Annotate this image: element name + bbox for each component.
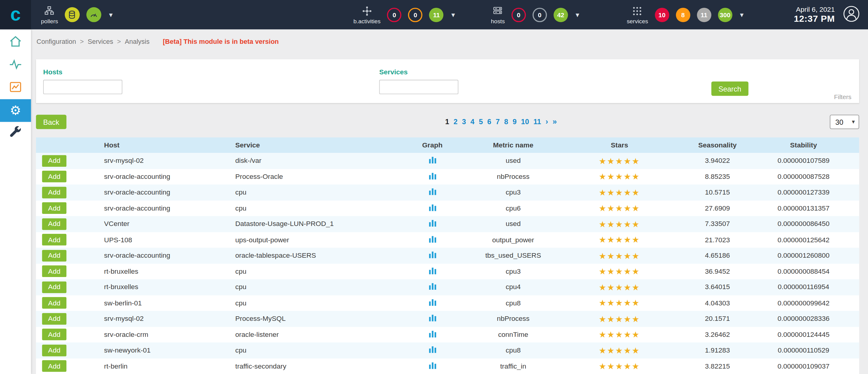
status-badge[interactable]: 0 [532, 7, 547, 22]
add-button[interactable]: Add [42, 344, 66, 356]
page-5[interactable]: 5 [479, 117, 483, 126]
metric-cell: nbProcess [474, 173, 552, 181]
status-badge[interactable]: 0 [408, 7, 423, 22]
back-button[interactable]: Back [36, 115, 66, 129]
status-badge[interactable]: 10 [655, 7, 669, 22]
status-badge[interactable]: 11 [429, 7, 444, 22]
add-button[interactable]: Add [42, 155, 66, 167]
chevron-down-icon[interactable]: ▾ [739, 11, 745, 19]
graph-icon[interactable] [429, 172, 436, 181]
sidebar-item-monitoring[interactable] [0, 54, 31, 77]
service-cell: Process-MySQL [236, 315, 391, 323]
host-cell: VCenter [104, 220, 236, 228]
add-button[interactable]: Add [42, 361, 66, 372]
pollers-menu[interactable]: pollers [41, 5, 58, 24]
status-badge[interactable]: 42 [554, 7, 568, 22]
hosts-menu[interactable]: hosts [491, 5, 505, 24]
chevron-down-icon[interactable]: ▾ [575, 11, 580, 19]
add-button[interactable]: Add [42, 234, 66, 246]
graph-icon[interactable] [429, 235, 436, 244]
host-cell: srv-mysql-02 [104, 315, 236, 323]
page-size-select[interactable]: 30 ▼ [830, 115, 859, 129]
graph-icon[interactable] [429, 346, 436, 355]
page-8[interactable]: 8 [504, 117, 508, 126]
add-button[interactable]: Add [42, 297, 66, 309]
host-cell: srv-oracle-accounting [104, 252, 236, 259]
add-button[interactable]: Add [42, 202, 66, 214]
hosts-label: hosts [491, 18, 505, 24]
home-icon [8, 34, 23, 51]
poller-latency-status-icon[interactable] [86, 7, 101, 22]
chevron-down-icon[interactable]: ▾ [450, 11, 456, 19]
add-button[interactable]: Add [42, 265, 66, 277]
current-time: 12:37 PM [794, 13, 835, 24]
table-row: Add srv-oracle-crm oracle-listener connT… [36, 326, 859, 342]
breadcrumb-analysis[interactable]: Analysis [125, 37, 149, 45]
graph-icon[interactable] [429, 362, 436, 370]
results-table: Host Service Graph Metric name Stars Sea… [36, 138, 859, 374]
page-7[interactable]: 7 [496, 117, 500, 126]
page-11[interactable]: 11 [534, 117, 541, 126]
centreon-logo[interactable]: c [0, 0, 31, 29]
metric-cell: cpu8 [474, 346, 552, 354]
breadcrumb-services[interactable]: Services [88, 37, 113, 45]
host-cell: rt-berlin [104, 362, 236, 370]
services-filter-input[interactable] [379, 80, 458, 94]
table-row: Add srv-oracle-accounting oracle-tablesp… [36, 248, 859, 263]
page-4[interactable]: 4 [470, 117, 474, 126]
status-badge[interactable]: 300 [718, 7, 732, 22]
graph-icon[interactable] [429, 220, 436, 228]
add-button[interactable]: Add [42, 187, 66, 199]
business-activities-label: b.activities [353, 18, 380, 24]
status-badge[interactable]: 8 [676, 7, 690, 22]
page-3[interactable]: 3 [462, 117, 466, 126]
status-badge[interactable]: 0 [387, 7, 402, 22]
page-10[interactable]: 10 [521, 117, 529, 126]
add-button[interactable]: Add [42, 313, 66, 325]
page-6[interactable]: 6 [488, 117, 491, 126]
seasonality-cell: 3.26462 [687, 331, 748, 339]
graph-icon[interactable] [429, 188, 436, 197]
graph-icon[interactable] [429, 330, 436, 339]
status-badge[interactable]: 0 [512, 7, 526, 22]
graph-icon[interactable] [429, 156, 436, 165]
business-activities-menu[interactable]: b.activities [353, 5, 380, 24]
stability-cell: 0.000000087528 [748, 173, 859, 181]
stability-cell: 0.000000124445 [748, 331, 859, 339]
next-page-icon[interactable]: › [546, 117, 548, 126]
hosts-filter-input[interactable] [43, 80, 122, 94]
graph-icon[interactable] [429, 267, 436, 276]
add-button[interactable]: Add [42, 250, 66, 262]
graph-icon[interactable] [429, 283, 436, 291]
add-button[interactable]: Add [42, 171, 66, 182]
table-row: Add UPS-108 ups-output-power output_powe… [36, 232, 859, 248]
graph-icon[interactable] [429, 314, 436, 323]
sidebar-item-administration[interactable] [0, 122, 31, 145]
table-row: Add srv-mysql-02 disk-/var used ★★★★★ 3.… [36, 153, 859, 169]
services-menu[interactable]: services [627, 5, 648, 24]
add-button[interactable]: Add [42, 281, 66, 293]
status-badge[interactable]: 11 [697, 7, 711, 22]
sidebar-item-home[interactable] [0, 31, 31, 54]
graph-icon[interactable] [429, 204, 436, 213]
chevron-down-icon[interactable]: ▾ [108, 11, 114, 19]
wrench-icon [9, 125, 22, 141]
service-cell: oracle-listener [236, 331, 391, 339]
page-9[interactable]: 9 [513, 117, 517, 126]
sidebar-item-configuration[interactable]: ⚙ [0, 99, 31, 122]
graph-icon[interactable] [429, 251, 436, 260]
graph-icon[interactable] [429, 298, 436, 307]
sidebar-item-reports[interactable] [0, 77, 31, 99]
breadcrumb-configuration[interactable]: Configuration [36, 37, 76, 45]
add-button[interactable]: Add [42, 218, 66, 230]
user-profile-icon[interactable] [843, 5, 861, 25]
search-button[interactable]: Search [711, 82, 748, 96]
service-cell: disk-/var [236, 157, 391, 165]
add-button[interactable]: Add [42, 329, 66, 341]
stability-cell: 0.000000131357 [748, 204, 859, 212]
beta-notice: [Beta] This module is in beta version [163, 37, 279, 45]
last-page-icon[interactable]: » [553, 117, 557, 126]
stars-rating: ★★★★★ [552, 346, 687, 355]
poller-database-status-icon[interactable] [65, 7, 80, 22]
page-2[interactable]: 2 [454, 117, 458, 126]
